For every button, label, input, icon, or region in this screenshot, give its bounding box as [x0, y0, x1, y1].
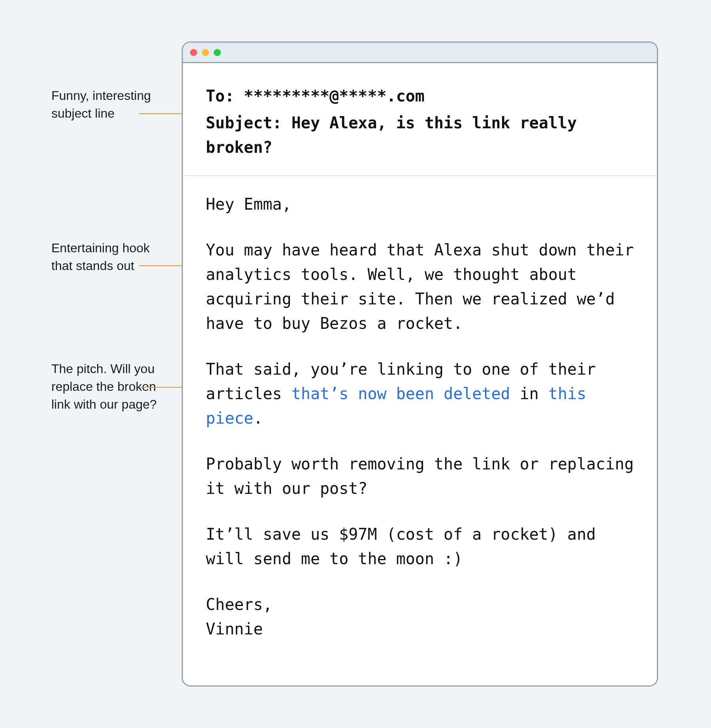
header-to-row: To: *********@*****.com	[206, 84, 634, 108]
to-label: To:	[206, 87, 244, 105]
signoff: Cheers,	[206, 595, 273, 614]
close-icon[interactable]	[190, 49, 197, 56]
email-window: To: *********@*****.com Subject: Hey Ale…	[182, 41, 658, 687]
hook-paragraph: You may have heard that Alexa shut down …	[206, 238, 634, 336]
annotation-pitch: The pitch. Will you replace the broken l…	[51, 360, 174, 413]
minimize-icon[interactable]	[202, 49, 209, 56]
pitch-mid: in	[510, 385, 548, 403]
window-titlebar	[183, 43, 657, 63]
greeting: Hey Emma,	[206, 192, 634, 216]
annotation-hook: Entertaining hook that stands out	[51, 239, 174, 275]
email-body: Hey Emma, You may have heard that Alexa …	[183, 176, 657, 664]
email-headers: To: *********@*****.com Subject: Hey Ale…	[183, 63, 657, 176]
signoff-block: Cheers, Vinnie	[206, 592, 634, 641]
subject-label: Subject:	[206, 114, 292, 132]
maximize-icon[interactable]	[214, 49, 221, 56]
ask-paragraph: Probably worth removing the link or repl…	[206, 452, 634, 501]
annotation-subject-line: Funny, interesting subject line	[51, 87, 174, 122]
pitch-post: .	[253, 409, 263, 427]
to-value: *********@*****.com	[244, 87, 425, 105]
joke-paragraph: It’ll save us $97M (cost of a rocket) an…	[206, 522, 634, 571]
sender-name: Vinnie	[206, 620, 263, 638]
deleted-article-link[interactable]: that’s now been deleted	[292, 385, 510, 403]
header-subject-row: Subject: Hey Alexa, is this link really …	[206, 111, 634, 159]
pitch-paragraph: That said, you’re linking to one of thei…	[206, 357, 634, 430]
